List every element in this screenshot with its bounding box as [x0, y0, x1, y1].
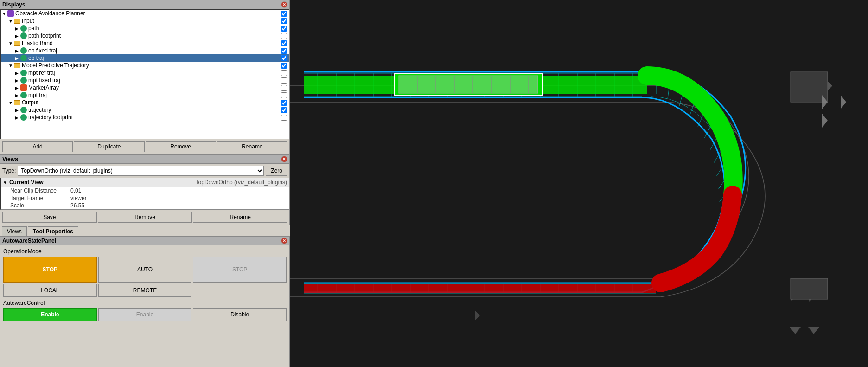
- displays-tree[interactable]: ▼ Obstacle Avoidance Planner ▼ Input ▶ p…: [0, 9, 289, 139]
- tree-arrow: ▶: [15, 115, 20, 120]
- cv-field-row: Near Clip Distance0.01: [1, 187, 289, 194]
- duplicate-button[interactable]: Duplicate: [74, 141, 144, 152]
- views-title: Views: [2, 156, 18, 162]
- tree-item-marker-array[interactable]: ▶ MarkerArray: [1, 84, 289, 91]
- views-tab[interactable]: Views: [2, 226, 27, 236]
- ros-icon: [20, 25, 27, 32]
- ros-icon: [20, 55, 27, 61]
- marker-icon: [20, 84, 27, 91]
- visualization-canvas: [290, 0, 868, 367]
- tree-item-label: path footprint: [28, 32, 281, 39]
- tree-item-obstacle-planner[interactable]: ▼ Obstacle Avoidance Planner: [1, 10, 289, 17]
- svg-rect-0: [290, 0, 868, 367]
- tree-item-label: mpt traj: [28, 92, 281, 98]
- tool-properties-tab[interactable]: Tool Properties: [28, 226, 78, 236]
- ros-icon: [20, 114, 27, 121]
- tree-arrow: ▼: [8, 19, 14, 24]
- tree-item-checkbox[interactable]: [281, 48, 287, 54]
- tree-item-checkbox[interactable]: [281, 92, 287, 98]
- add-button[interactable]: Add: [2, 141, 73, 152]
- enable-button[interactable]: Enable: [3, 308, 97, 321]
- tree-item-eb-traj[interactable]: ▶ eb traj: [1, 54, 289, 62]
- tree-item-path-footprint[interactable]: ▶ path footprint: [1, 32, 289, 39]
- ros-icon: [20, 47, 27, 54]
- tree-arrow: ▶: [15, 56, 20, 61]
- tree-arrow: ▶: [15, 108, 20, 113]
- tree-item-label: MarkerArray: [28, 84, 281, 91]
- tree-arrow: ▶: [15, 71, 20, 76]
- svg-rect-60: [399, 76, 538, 93]
- tree-item-checkbox[interactable]: [281, 70, 287, 76]
- cv-field-row: Scale26.55: [1, 202, 289, 209]
- cv-field-value: viewer: [70, 195, 87, 201]
- tree-item-mpt-ref-traj[interactable]: ▶ mpt ref traj: [1, 69, 289, 77]
- folder-icon: [14, 19, 20, 24]
- autoware-title-bar: AutowareStatePanel ✕: [0, 237, 289, 245]
- tree-item-eb-fixed-traj[interactable]: ▶ eb fixed traj: [1, 47, 289, 54]
- tree-item-checkbox[interactable]: [281, 77, 287, 84]
- enable-button-2[interactable]: Enable: [98, 308, 192, 321]
- tree-item-trajectory-footprint[interactable]: ▶ trajectory footprint: [1, 114, 289, 121]
- tree-item-label: Input: [22, 18, 281, 24]
- autoware-panel: AutowareStatePanel ✕ OperationMode STOP …: [0, 236, 290, 367]
- stop-button-2[interactable]: STOP: [193, 257, 287, 283]
- tree-item-checkbox[interactable]: [281, 85, 287, 91]
- remote-button[interactable]: REMOTE: [98, 284, 192, 297]
- ros-icon: [20, 77, 27, 84]
- tree-item-checkbox[interactable]: [281, 115, 287, 121]
- ros-icon: [20, 107, 27, 113]
- cv-field-key: Scale: [10, 202, 70, 209]
- tree-item-label: mpt fixed traj: [28, 77, 281, 84]
- tree-item-checkbox[interactable]: [281, 18, 287, 24]
- views-zero-button[interactable]: Zero: [266, 166, 287, 176]
- views-remove-button[interactable]: Remove: [98, 212, 192, 223]
- autoware-close-button[interactable]: ✕: [281, 238, 287, 244]
- tree-item-model-predictive[interactable]: ▼ Model Predictive Trajectory: [1, 62, 289, 69]
- tree-item-checkbox[interactable]: [281, 63, 287, 69]
- folder-icon: [14, 63, 20, 68]
- tree-item-path[interactable]: ▶ path: [1, 25, 289, 32]
- views-panel: Views ✕ Type: TopDownOrtho (rviz_default…: [0, 155, 290, 225]
- tree-item-label: Model Predictive Trajectory: [22, 62, 281, 69]
- tree-item-output[interactable]: ▼ Output: [1, 99, 289, 106]
- views-type-label: Type:: [2, 167, 16, 174]
- svg-rect-75: [791, 278, 828, 299]
- tree-arrow: ▼: [2, 11, 7, 16]
- tree-item-mpt-traj[interactable]: ▶ mpt traj: [1, 91, 289, 99]
- stop-button[interactable]: STOP: [3, 257, 97, 283]
- views-close-button[interactable]: ✕: [281, 156, 287, 162]
- cv-field-value: 0.01: [70, 187, 81, 194]
- tree-item-checkbox[interactable]: [281, 11, 287, 17]
- ros-icon: [20, 92, 27, 98]
- tree-item-checkbox[interactable]: [281, 100, 287, 106]
- tree-item-trajectory[interactable]: ▶ trajectory: [1, 106, 289, 114]
- tree-item-label: mpt ref traj: [28, 70, 281, 76]
- cv-field-value: 26.55: [70, 202, 84, 209]
- rename-button[interactable]: Rename: [217, 141, 287, 152]
- tree-item-label: Output: [22, 99, 281, 106]
- tree-item-input[interactable]: ▼ Input: [1, 17, 289, 25]
- tree-item-mpt-fixed-traj[interactable]: ▶ mpt fixed traj: [1, 77, 289, 84]
- displays-title: Displays: [2, 1, 25, 8]
- ros-icon: [20, 70, 27, 76]
- disable-button[interactable]: Disable: [193, 308, 287, 321]
- displays-close-button[interactable]: ✕: [281, 1, 287, 8]
- tree-arrow: ▶: [15, 26, 20, 31]
- tree-arrow: ▶: [15, 33, 20, 39]
- tree-item-checkbox[interactable]: [281, 26, 287, 32]
- tree-arrow: ▼: [8, 63, 14, 68]
- remove-button[interactable]: Remove: [146, 141, 216, 152]
- tree-item-checkbox[interactable]: [281, 33, 287, 39]
- local-button[interactable]: LOCAL: [3, 284, 97, 297]
- views-save-button[interactable]: Save: [2, 212, 97, 223]
- tree-item-checkbox[interactable]: [281, 40, 287, 46]
- views-rename-button[interactable]: Rename: [193, 212, 287, 223]
- tree-item-elastic-band[interactable]: ▼ Elastic Band: [1, 39, 289, 47]
- tree-item-checkbox[interactable]: [281, 107, 287, 113]
- auto-button[interactable]: AUTO: [98, 257, 192, 283]
- views-toolbar: SaveRemoveRename: [0, 210, 289, 225]
- views-type-row: Type: TopDownOrtho (rviz_default_plugins…: [0, 164, 289, 178]
- autoware-control-label: AutowareControl: [3, 300, 287, 306]
- tree-item-checkbox[interactable]: [281, 55, 287, 61]
- views-type-select[interactable]: TopDownOrtho (rviz_default_plugins): [18, 166, 264, 176]
